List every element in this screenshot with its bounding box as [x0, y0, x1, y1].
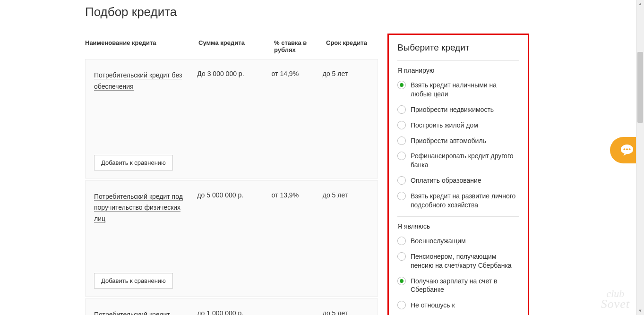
- radio-option-house[interactable]: Построить жилой дом: [397, 121, 519, 130]
- credit-rate: от 13,9%: [272, 191, 323, 225]
- credit-term: до 5 лет: [323, 309, 369, 315]
- radio-icon: [397, 192, 406, 200]
- radio-icon: [397, 121, 406, 129]
- svg-point-2: [626, 148, 628, 150]
- radio-icon: [397, 152, 406, 160]
- credit-card: Потребительский кредит без обеспечения Д…: [85, 59, 378, 179]
- credit-sum: до 5 000 000 р.: [197, 191, 271, 225]
- credits-table: Наименование кредита Сумма кредита % ста…: [85, 34, 378, 315]
- divider: [397, 216, 519, 217]
- credit-sum: До 3 000 000 р.: [197, 70, 271, 93]
- radio-label: Взять кредит на развитие личного подсобн…: [411, 192, 519, 210]
- radio-label: Получаю зарплату на счет в Сбербанке: [411, 277, 519, 295]
- radio-icon: [397, 81, 406, 89]
- credit-filter-sidebar: Выберите кредит Я планирую Взять кредит …: [387, 34, 529, 315]
- radio-label: Не отношусь к: [411, 301, 455, 310]
- compare-button[interactable]: Добавить к сравнению: [94, 273, 173, 289]
- radio-icon: [397, 237, 406, 245]
- credit-link[interactable]: Потребительский кредит без обеспечения: [94, 71, 182, 91]
- credit-term: до 5 лет: [323, 70, 369, 93]
- scroll-down-icon[interactable]: ▼: [636, 307, 644, 315]
- credit-term: до 5 лет: [323, 191, 369, 225]
- group-label-plan: Я планирую: [397, 67, 519, 74]
- credit-card: Потребительский кредит под поручительств…: [85, 180, 378, 297]
- credit-rate: [272, 309, 323, 315]
- credit-link[interactable]: Потребительский кредит военнослужащим - …: [94, 311, 189, 315]
- group-label-status: Я являюсь: [397, 222, 519, 230]
- radio-option-car[interactable]: Приобрести автомобиль: [397, 136, 519, 145]
- radio-option-refinance[interactable]: Рефинансировать кредит другого банка: [397, 152, 519, 170]
- radio-label: Построить жилой дом: [411, 121, 478, 130]
- radio-icon: [397, 277, 406, 285]
- chat-icon: [620, 144, 634, 156]
- svg-point-1: [624, 148, 626, 150]
- radio-option-pensioner[interactable]: Пенсионером, получающим пенсию на счет/к…: [397, 252, 519, 270]
- radio-option-salary[interactable]: Получаю зарплату на счет в Сбербанке: [397, 277, 519, 295]
- radio-label: Рефинансировать кредит другого банка: [411, 152, 519, 170]
- radio-option-property[interactable]: Приобрести недвижимость: [397, 105, 519, 114]
- radio-icon: [397, 136, 406, 145]
- sidebar-title: Выберите кредит: [397, 43, 519, 53]
- credit-sum: до 1 000 000 р.: [197, 309, 271, 315]
- header-sum: Сумма кредита: [198, 39, 274, 53]
- radio-option-cash[interactable]: Взять кредит наличными на любые цели: [397, 81, 519, 99]
- credit-link[interactable]: Потребительский кредит под поручительств…: [94, 193, 183, 223]
- header-term: Срок кредита: [326, 39, 373, 53]
- scroll-up-icon[interactable]: ▲: [636, 0, 644, 8]
- radio-option-farm[interactable]: Взять кредит на развитие личного подсобн…: [397, 192, 519, 210]
- radio-option-education[interactable]: Оплатить образование: [397, 176, 519, 185]
- divider: [397, 60, 519, 61]
- scrollbar[interactable]: ▲ ▼: [636, 0, 644, 315]
- compare-button[interactable]: Добавить к сравнению: [94, 155, 173, 170]
- header-name: Наименование кредита: [85, 39, 198, 53]
- credit-card: Потребительский кредит военнослужащим - …: [85, 298, 378, 315]
- radio-icon: [397, 301, 406, 309]
- table-header: Наименование кредита Сумма кредита % ста…: [85, 34, 378, 59]
- page-title: Подбор кредита: [85, 5, 639, 19]
- svg-point-3: [629, 148, 631, 150]
- radio-label: Взять кредит наличными на любые цели: [411, 81, 519, 99]
- radio-option-military[interactable]: Военнослужащим: [397, 237, 519, 246]
- radio-label: Военнослужащим: [411, 237, 466, 246]
- radio-label: Пенсионером, получающим пенсию на счет/к…: [411, 252, 519, 270]
- radio-label: Оплатить образование: [411, 176, 481, 185]
- radio-icon: [397, 252, 406, 261]
- header-rate: % ставка в рублях: [274, 39, 326, 53]
- radio-icon: [397, 176, 406, 185]
- scroll-thumb[interactable]: [637, 52, 643, 123]
- radio-option-none[interactable]: Не отношусь к: [397, 301, 519, 310]
- credit-rate: от 14,9%: [272, 70, 323, 93]
- radio-icon: [397, 105, 406, 114]
- radio-label: Приобрести автомобиль: [411, 136, 486, 145]
- radio-label: Приобрести недвижимость: [411, 105, 494, 114]
